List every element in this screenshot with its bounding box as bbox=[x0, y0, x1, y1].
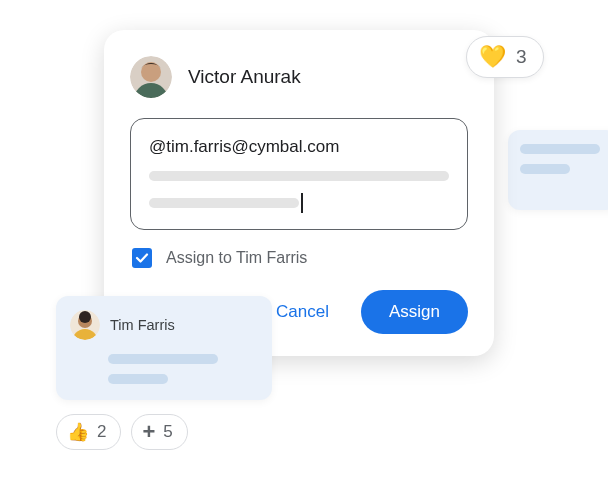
placeholder-line bbox=[520, 144, 600, 154]
assign-checkbox-row[interactable]: Assign to Tim Farris bbox=[130, 248, 468, 268]
plus-icon: + bbox=[142, 421, 155, 443]
text-caret bbox=[301, 193, 303, 213]
cancel-button[interactable]: Cancel bbox=[262, 292, 343, 332]
svg-point-3 bbox=[141, 62, 161, 82]
suggestion-avatar bbox=[70, 310, 100, 340]
placeholder-line bbox=[108, 354, 218, 364]
placeholder-line bbox=[149, 198, 299, 208]
reaction-bar: 👍 2 + 5 bbox=[56, 414, 188, 450]
mention-text: @tim.farris@cymbal.com bbox=[149, 137, 449, 157]
heart-icon: 💛 bbox=[479, 46, 506, 68]
svg-point-8 bbox=[79, 311, 91, 323]
assign-label: Assign to Tim Farris bbox=[166, 249, 307, 267]
reaction-count: 2 bbox=[97, 422, 106, 442]
thumbs-up-icon: 👍 bbox=[67, 423, 89, 441]
placeholder-line bbox=[108, 374, 168, 384]
reaction-count: 5 bbox=[163, 422, 172, 442]
placeholder-line bbox=[149, 171, 449, 181]
user-suggestion-card[interactable]: Tim Farris bbox=[56, 296, 272, 400]
reaction-count: 3 bbox=[516, 46, 527, 68]
reaction-add[interactable]: + 5 bbox=[131, 414, 187, 450]
placeholder-line bbox=[520, 164, 570, 174]
suggestion-name: Tim Farris bbox=[110, 317, 175, 333]
comment-input[interactable]: @tim.farris@cymbal.com bbox=[130, 118, 468, 230]
reaction-thumbs-up[interactable]: 👍 2 bbox=[56, 414, 121, 450]
dialog-header: Victor Anurak bbox=[130, 56, 468, 98]
reaction-heart[interactable]: 💛 3 bbox=[466, 36, 544, 78]
background-comment-card bbox=[508, 130, 608, 210]
author-avatar bbox=[130, 56, 172, 98]
author-name: Victor Anurak bbox=[188, 66, 301, 88]
assign-button[interactable]: Assign bbox=[361, 290, 468, 334]
assign-checkbox[interactable] bbox=[132, 248, 152, 268]
